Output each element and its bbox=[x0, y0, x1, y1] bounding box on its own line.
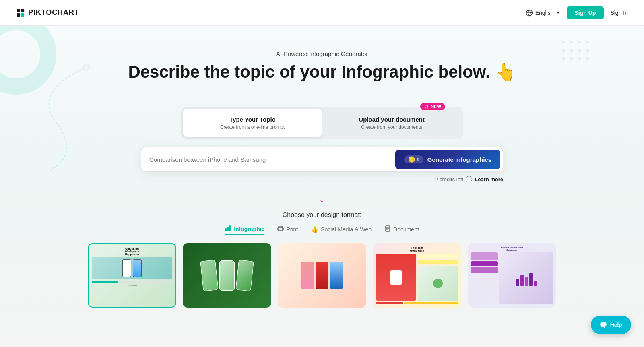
hero-subtitle: AI-Powered Infographic Generator bbox=[8, 50, 636, 57]
prompt-input-wrapper: 🪙 1 Generate Infographics bbox=[141, 147, 503, 172]
svg-rect-0 bbox=[17, 9, 20, 12]
arrow-down-container: ↓ bbox=[0, 182, 644, 211]
svg-rect-33 bbox=[534, 281, 537, 286]
format-tab-infographic[interactable]: Infographic bbox=[225, 225, 264, 235]
credits-left-text: 2 credits left bbox=[435, 176, 463, 182]
format-tab-infographic-label: Infographic bbox=[234, 226, 264, 232]
template-card-4-content: Title TextGoes Here bbox=[373, 243, 461, 308]
main-content: AI-Powered Infographic Generator Describ… bbox=[0, 26, 644, 347]
svg-rect-2 bbox=[17, 13, 20, 16]
topic-tabs: Type Your Topic Create from a one-line p… bbox=[181, 107, 463, 139]
file-icon bbox=[384, 225, 391, 232]
topic-tabs-container: Type Your Topic Create from a one-line p… bbox=[169, 94, 475, 139]
new-badge-text: NEW bbox=[431, 104, 441, 109]
topic-input[interactable] bbox=[149, 156, 395, 163]
tab-upload-desc: Create from your documents bbox=[332, 124, 452, 130]
header: PIKTOCHART English ▼ Sign Up Sign In bbox=[0, 0, 644, 26]
template-card-5[interactable]: Survey SatisfactionSummary bbox=[468, 243, 556, 308]
sparkle-icon: ✨ bbox=[424, 105, 429, 109]
learn-more-link[interactable]: Learn more bbox=[475, 176, 503, 182]
generate-button[interactable]: 🪙 1 Generate Infographics bbox=[395, 150, 500, 169]
hero-title: Describe the topic of your Infographic b… bbox=[128, 62, 516, 82]
svg-rect-29 bbox=[516, 279, 519, 286]
format-tab-print[interactable]: Print bbox=[277, 225, 298, 235]
signup-button[interactable]: Sign Up bbox=[567, 6, 604, 19]
chevron-down-icon: ▼ bbox=[556, 10, 560, 15]
template-card-2[interactable] bbox=[183, 243, 271, 308]
tab-type-topic[interactable]: Type Your Topic Create from a one-line p… bbox=[183, 109, 322, 137]
hero-title-text: Describe the topic of your Infographic b… bbox=[128, 62, 490, 82]
info-icon[interactable]: i bbox=[466, 176, 472, 182]
help-button[interactable]: Help bbox=[591, 316, 631, 334]
template-card-3-content bbox=[278, 243, 366, 308]
language-label: English bbox=[535, 10, 554, 16]
svg-rect-30 bbox=[520, 275, 524, 286]
hero-section: AI-Powered Infographic Generator Describ… bbox=[0, 26, 644, 94]
design-format-section: Choose your design format: Infographic bbox=[0, 211, 644, 316]
design-format-title: Choose your design format: bbox=[8, 211, 636, 219]
input-section: 🪙 1 Generate Infographics 2 credits left… bbox=[93, 147, 551, 182]
template-card-5-content: Survey SatisfactionSummary bbox=[468, 243, 556, 308]
bar-chart-svg bbox=[515, 271, 537, 287]
bar-chart-icon bbox=[225, 225, 231, 231]
logo[interactable]: PIKTOCHART bbox=[16, 8, 79, 17]
tab-upload-document[interactable]: ✨ NEW Upload your document Create from y… bbox=[322, 109, 461, 137]
template-card-1[interactable]: UnlockingWorkplaceHappiness Solutions bbox=[88, 243, 176, 308]
svg-rect-21 bbox=[229, 225, 231, 231]
help-button-label: Help bbox=[610, 322, 622, 328]
arrow-down-icon: ↓ bbox=[319, 192, 325, 205]
format-tab-document[interactable]: Document bbox=[384, 225, 419, 235]
svg-rect-3 bbox=[21, 13, 24, 16]
piktochart-logo-icon bbox=[16, 8, 25, 17]
language-selector[interactable]: English ▼ bbox=[526, 9, 560, 17]
signin-button[interactable]: Sign In bbox=[610, 10, 628, 16]
logo-text: PIKTOCHART bbox=[28, 8, 79, 17]
social-icon: 👍 bbox=[311, 226, 318, 233]
format-tab-social-label: Social Media & Web bbox=[321, 226, 372, 233]
credits-info: 2 credits left i Learn more bbox=[141, 172, 503, 182]
format-tab-document-label: Document bbox=[393, 226, 419, 233]
new-badge: ✨ NEW bbox=[420, 103, 445, 110]
generate-button-label: Generate Infographics bbox=[427, 156, 491, 163]
format-tabs: Infographic Print 👍 Social Media & Web bbox=[8, 225, 636, 235]
template-card-3[interactable] bbox=[278, 243, 366, 308]
tab-upload-title: Upload your document bbox=[332, 116, 452, 123]
tab-type-topic-desc: Create from a one-line prompt bbox=[192, 124, 312, 130]
credits-count: 1 bbox=[417, 157, 419, 163]
templates-row: UnlockingWorkplaceHappiness Solutions bbox=[8, 243, 636, 308]
template-card-4[interactable]: Title TextGoes Here bbox=[373, 243, 461, 308]
header-right: English ▼ Sign Up Sign In bbox=[526, 6, 628, 19]
tab-type-topic-title: Type Your Topic bbox=[192, 116, 312, 123]
svg-rect-19 bbox=[225, 228, 227, 231]
template-card-2-content bbox=[183, 243, 271, 308]
hero-emoji: 👆 bbox=[495, 62, 516, 82]
document-icon bbox=[384, 225, 391, 233]
chat-icon bbox=[600, 321, 607, 328]
infographic-icon bbox=[225, 225, 231, 233]
coin-icon: 🪙 bbox=[408, 156, 415, 163]
format-tab-social[interactable]: 👍 Social Media & Web bbox=[311, 226, 372, 235]
svg-rect-31 bbox=[525, 277, 528, 286]
svg-rect-20 bbox=[227, 227, 229, 231]
svg-rect-32 bbox=[529, 273, 533, 286]
globe-icon bbox=[526, 9, 533, 17]
printer-icon bbox=[277, 225, 284, 232]
print-icon bbox=[277, 225, 284, 233]
template-card-1-content: UnlockingWorkplaceHappiness Solutions bbox=[89, 244, 175, 307]
credits-badge: 🪙 1 bbox=[404, 155, 423, 163]
format-tab-print-label: Print bbox=[286, 226, 298, 233]
svg-rect-1 bbox=[21, 9, 24, 12]
